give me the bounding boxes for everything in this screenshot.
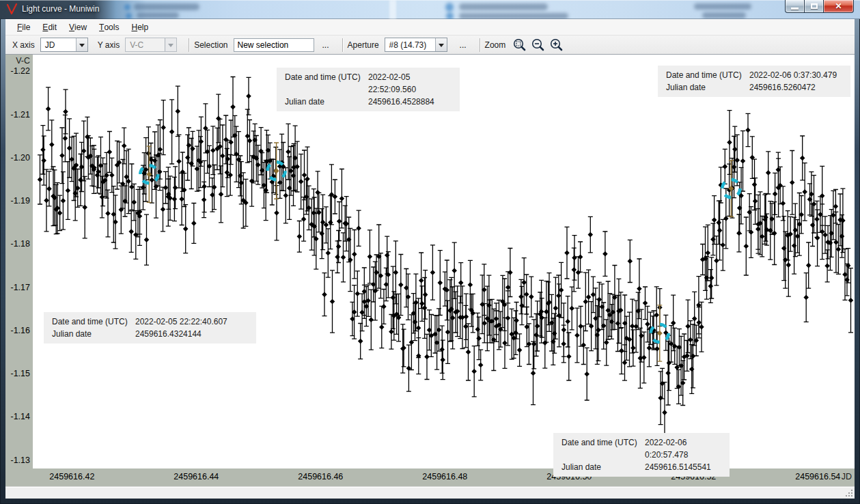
annotation-datetime-value: 2022-02-06 0:37:30.479 [749,69,837,81]
annotation-datetime-value: 2022-02-05 22:22:40.607 [135,316,227,328]
annotation-top-right: Date and time (UTC)2022-02-06 0:37:30.47… [658,66,850,97]
aperture-combo[interactable]: #8 (14.73) [385,38,447,52]
annotation-julian-label: Julian date [285,96,368,108]
zoom-fit-icon [512,38,527,52]
y-tick-label: -1.13 [5,456,30,465]
y-axis-combo: V-C [125,38,177,52]
background-window-glimpse [459,3,548,10]
annotation-julian-label: Julian date [666,81,749,94]
annotation-julian-value: 2459616.5260472 [749,81,816,94]
y-tick-label: -1.19 [5,196,30,206]
aperture-label: Aperture [348,40,379,50]
status-bar [5,486,855,499]
toolbar-separator [480,38,480,52]
title-bar[interactable]: Light curve - Muniwin ✕ [0,0,860,19]
toolbar-separator [189,38,189,52]
annotation-julian-label: Julian date [561,461,645,473]
selected-point[interactable] [657,331,663,336]
zoom-in-icon [549,38,564,52]
minimize-icon [791,8,799,10]
background-window-glimpse [702,12,746,18]
chevron-down-icon[interactable] [435,38,447,51]
chevron-down-icon[interactable] [76,38,87,51]
y-tick-label: -1.15 [5,369,30,378]
background-window-glimpse [134,3,199,10]
y-axis-combo-value: V-C [126,40,148,50]
zoom-in-button[interactable] [548,37,565,53]
background-window-glimpse [459,13,568,19]
background-window-glimpse [126,13,132,19]
x-tick-label: 2459616.48 [414,472,475,481]
menu-item-tools[interactable]: Tools [93,19,125,35]
background-window-glimpse [446,12,454,19]
x-tick-label: 2459616.46 [290,472,351,481]
y-tick-label: -1.17 [5,283,30,292]
annotation-datetime-value: 2022-02-06 0:20:57.478 [645,436,721,461]
annotation-top-center: Date and time (UTC)2022-02-05 22:52:09.5… [277,68,460,111]
close-icon: ✕ [835,1,842,11]
selection-more-button[interactable]: ... [317,38,335,52]
window-title: Light curve - Muniwin [22,4,99,14]
background-window-glimpse [445,3,454,12]
menu-item-view[interactable]: View [63,19,93,35]
scatter-plot[interactable] [33,55,855,468]
x-tick-label: 2459616.44 [165,472,227,481]
x-axis-combo-value: JD [41,40,59,50]
selection-input[interactable] [234,38,314,52]
window-controls: ✕ [785,0,854,13]
annotation-datetime-label: Date and time (UTC) [666,69,749,81]
x-axis-combo[interactable]: JD [40,38,88,52]
muniwin-app-icon [6,3,18,15]
background-window-glimpse [137,12,179,18]
annotation-datetime-value: 2022-02-05 22:52:09.560 [368,71,452,96]
toolbar: X axis JD Y axis V-C Selection ... Apert… [5,36,855,55]
zoom-out-button[interactable] [529,37,546,53]
muniwin-window: Light curve - Muniwin ✕ File Edit View T… [0,0,860,504]
minimize-button[interactable] [785,0,805,13]
y-axis-title: V-C [5,56,30,66]
x-axis-label: X axis [12,40,35,50]
menu-bar: File Edit View Tools Help [5,19,855,36]
y-tick-label: -1.14 [5,412,30,421]
zoom-label: Zoom [485,40,506,50]
menu-item-help[interactable]: Help [125,19,154,35]
annotation-julian-value: 2459616.5145541 [645,461,711,473]
annotation-mid-left: Date and time (UTC)2022-02-05 22:22:40.6… [44,312,256,344]
background-window-glimpse [694,3,751,10]
annotation-bottom-right: Date and time (UTC)2022-02-06 0:20:57.47… [553,433,730,477]
zoom-fit-button[interactable] [511,37,528,53]
y-tick-label: -1.18 [5,239,30,249]
background-window-glimpse [389,0,396,19]
resize-grip[interactable] [845,489,854,498]
y-tick-label: -1.21 [5,110,30,120]
menu-item-file[interactable]: File [11,19,36,35]
aperture-more-button[interactable]: ... [454,38,472,52]
annotation-datetime-label: Date and time (UTC) [52,316,135,328]
chevron-down-icon [165,38,176,51]
annotation-julian-label: Julian date [52,328,135,340]
x-axis-title: JD [842,472,852,481]
close-button[interactable]: ✕ [824,0,854,13]
annotation-datetime-label: Date and time (UTC) [285,71,368,96]
light-curve-plot-area: V-C -1.22-1.21-1.20-1.19-1.18-1.17-1.16-… [5,55,855,487]
annotation-datetime-label: Date and time (UTC) [561,436,645,461]
zoom-out-icon [531,38,545,52]
maximize-icon [811,3,818,9]
y-tick-label: -1.20 [5,153,30,163]
y-axis-label: Y axis [98,40,120,50]
toolbar-separator [342,38,343,52]
annotation-julian-value: 2459616.4324144 [135,328,202,340]
client-area: File Edit View Tools Help X axis JD Y ax… [5,19,855,499]
x-tick-label: 2459616.54 [787,472,848,481]
x-tick-label: 2459616.42 [41,472,102,481]
background-window-glimpse [124,4,130,10]
menu-item-edit[interactable]: Edit [36,19,63,35]
aperture-combo-value: #8 (14.73) [385,40,431,50]
error-bars [38,77,853,443]
selection-label: Selection [194,40,227,50]
y-tick-label: -1.22 [5,66,30,76]
selected-point[interactable] [274,168,279,173]
y-tick-label: -1.16 [5,326,30,335]
annotation-julian-value: 2459616.4528884 [368,96,434,108]
maximize-button[interactable] [805,0,824,13]
